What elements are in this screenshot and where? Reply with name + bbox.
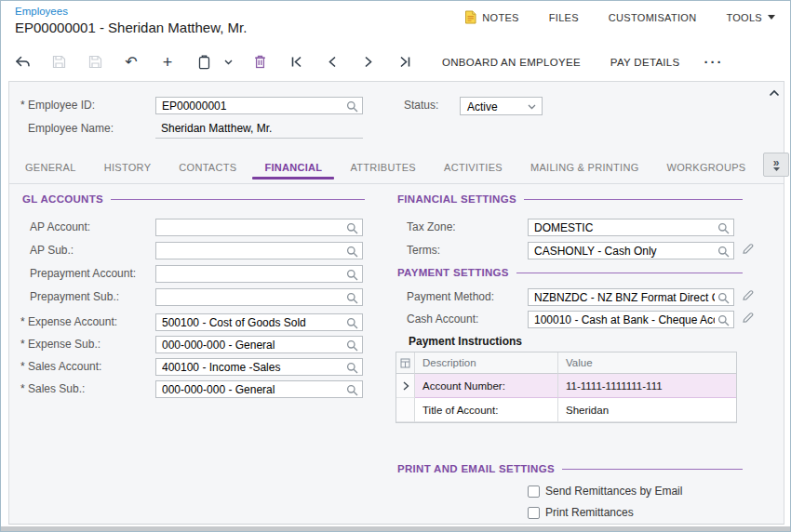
- tab-activities[interactable]: ACTIVITIES: [430, 151, 516, 183]
- cell-description[interactable]: Title of Account:: [415, 398, 558, 422]
- back-button[interactable]: [10, 50, 34, 74]
- print-remittances-label[interactable]: Print Remittances: [545, 506, 634, 519]
- print-remittances-checkbox[interactable]: [528, 507, 540, 519]
- delete-button[interactable]: [248, 50, 272, 74]
- notes-button[interactable]: NOTES: [464, 10, 518, 24]
- section-payment-settings: PAYMENT SETTINGS: [397, 267, 743, 278]
- expense-account-input[interactable]: [156, 314, 343, 330]
- table-row-account-number[interactable]: Account Number: 11-1111-1111111-111: [396, 374, 736, 398]
- cell-value[interactable]: 11-1111-1111111-111: [558, 374, 736, 398]
- search-icon[interactable]: [346, 246, 358, 258]
- expense-sub-field: [155, 336, 363, 353]
- first-record-button[interactable]: [284, 50, 308, 74]
- column-header-description[interactable]: Description: [415, 352, 558, 374]
- search-icon[interactable]: [346, 317, 358, 329]
- search-icon[interactable]: [346, 362, 358, 374]
- edit-payment-method-pencil-icon[interactable]: [742, 289, 754, 301]
- top-menu: NOTES FILES CUSTOMISATION TOOLS: [464, 10, 775, 24]
- next-record-button[interactable]: [356, 50, 381, 74]
- cell-description[interactable]: Account Number:: [415, 374, 558, 398]
- files-label: FILES: [549, 12, 579, 23]
- save-close-button[interactable]: [47, 50, 71, 74]
- search-icon[interactable]: [717, 246, 730, 258]
- collapse-summary-button[interactable]: [769, 89, 780, 97]
- horizontal-scrollbar[interactable]: [1, 526, 790, 531]
- required-mark: *: [20, 99, 25, 112]
- tab-general[interactable]: GENERAL: [11, 151, 90, 183]
- status-select[interactable]: Active: [460, 97, 543, 115]
- edit-terms-pencil-icon[interactable]: [742, 243, 754, 255]
- search-icon[interactable]: [717, 314, 730, 326]
- prepayment-sub-input[interactable]: [156, 289, 343, 305]
- files-button[interactable]: FILES: [549, 12, 579, 23]
- tab-bar: GENERAL HISTORY CONTACTS FINANCIAL ATTRI…: [9, 151, 784, 184]
- sales-account-label: * Sales Account:: [20, 360, 101, 373]
- search-icon[interactable]: [346, 292, 358, 304]
- tax-zone-input[interactable]: [529, 219, 715, 235]
- customisation-button[interactable]: CUSTOMISATION: [609, 12, 697, 23]
- prepayment-account-input[interactable]: [156, 266, 343, 282]
- clipboard-menu-button[interactable]: [221, 50, 235, 74]
- expense-sub-input[interactable]: [156, 337, 343, 352]
- employee-name-value[interactable]: Sheridan Matthew, Mr.: [161, 122, 272, 135]
- record-toolbar: ↶ +: [1, 43, 790, 81]
- add-new-record-button[interactable]: +: [155, 50, 180, 74]
- pay-details-button[interactable]: PAY DETAILS: [610, 57, 680, 68]
- ap-sub-input[interactable]: [156, 243, 343, 259]
- print-remittances-row: Print Remittances: [528, 506, 634, 519]
- first-record-icon: [290, 56, 302, 68]
- search-icon[interactable]: [717, 222, 730, 234]
- tab-mailing-printing[interactable]: MAILING & PRINTING: [516, 151, 653, 183]
- search-icon[interactable]: [717, 292, 730, 304]
- status-label: Status:: [404, 99, 438, 112]
- edit-cash-account-pencil-icon[interactable]: [742, 312, 754, 324]
- expense-sub-label: * Expense Sub.:: [20, 338, 101, 351]
- breadcrumb-employees-link[interactable]: Employees: [15, 6, 68, 17]
- search-icon[interactable]: [346, 222, 358, 234]
- chevron-down-icon: [528, 104, 536, 110]
- tab-overflow-button[interactable]: »: [763, 153, 789, 177]
- cash-account-input[interactable]: [529, 312, 715, 327]
- employee-name-label: Employee Name:: [28, 122, 114, 135]
- tab-contacts[interactable]: CONTACTS: [165, 151, 250, 183]
- sales-sub-input[interactable]: [156, 381, 343, 397]
- notes-label: NOTES: [482, 12, 518, 23]
- tab-financial[interactable]: FINANCIAL: [250, 151, 336, 183]
- chevron-down-icon: [224, 60, 233, 65]
- save-button[interactable]: [83, 50, 107, 74]
- row-selector-cell[interactable]: [396, 374, 415, 398]
- search-icon[interactable]: [346, 269, 358, 281]
- table-row-title-of-account[interactable]: Title of Account: Sheridan: [396, 398, 736, 422]
- employee-id-input[interactable]: [156, 98, 343, 113]
- terms-input[interactable]: [529, 243, 715, 259]
- search-icon[interactable]: [346, 100, 358, 113]
- sales-account-input[interactable]: [156, 359, 343, 375]
- payment-method-label: Payment Method:: [407, 290, 494, 303]
- chevron-up-icon: [769, 89, 780, 97]
- search-icon[interactable]: [346, 339, 358, 352]
- onboard-employee-button[interactable]: ONBOARD AN EMPLOYEE: [442, 57, 581, 68]
- sales-account-field: [155, 358, 363, 376]
- cell-value[interactable]: Sheridan: [558, 398, 736, 422]
- last-record-button[interactable]: [393, 50, 417, 74]
- payment-method-field: [528, 288, 734, 306]
- search-icon[interactable]: [346, 384, 358, 396]
- trash-icon: [254, 55, 266, 69]
- column-header-value[interactable]: Value: [558, 352, 736, 374]
- tools-menu-button[interactable]: TOOLS: [726, 12, 775, 23]
- tab-workgroups[interactable]: WORKGROUPS: [653, 151, 760, 183]
- previous-record-button[interactable]: [320, 50, 344, 74]
- employee-id-label: * Employee ID:: [20, 99, 95, 112]
- row-selector-header-cell[interactable]: [396, 352, 415, 374]
- send-remittances-by-email-checkbox[interactable]: [528, 485, 540, 498]
- more-actions-button[interactable]: ···: [704, 54, 724, 70]
- send-remittances-by-email-label[interactable]: Send Remittances by Email: [545, 485, 682, 498]
- ap-sub-field: [155, 242, 363, 259]
- row-selector-cell[interactable]: [396, 398, 415, 422]
- cancel-undo-button[interactable]: ↶: [119, 50, 143, 74]
- ap-account-input[interactable]: [156, 219, 343, 235]
- payment-method-input[interactable]: [529, 289, 715, 305]
- tab-attributes[interactable]: ATTRIBUTES: [336, 151, 430, 183]
- clipboard-button[interactable]: [192, 50, 216, 74]
- tab-history[interactable]: HISTORY: [90, 151, 166, 183]
